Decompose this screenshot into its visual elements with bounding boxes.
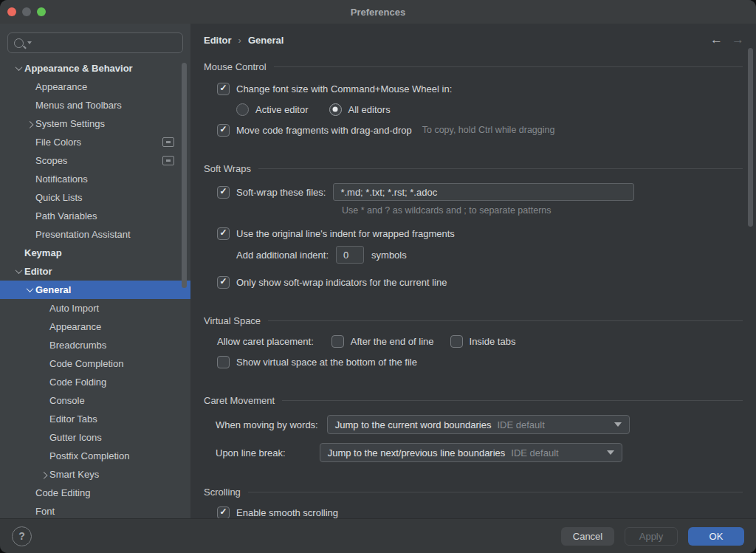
section-rule bbox=[258, 168, 743, 169]
show-virtual-space-checkbox[interactable] bbox=[217, 356, 230, 368]
window-title: Preferences bbox=[0, 7, 756, 18]
settings-main-panel: Editor › General ← → Mouse Control Chang… bbox=[190, 24, 756, 518]
sidebar-item-label: Postfix Completion bbox=[49, 450, 129, 461]
moving-words-label: When moving by words: bbox=[216, 419, 318, 430]
chevron-down-icon[interactable] bbox=[13, 269, 24, 274]
move-code-fragments-checkbox[interactable] bbox=[217, 124, 230, 137]
ok-button[interactable]: OK bbox=[688, 527, 744, 546]
original-indent-checkbox[interactable] bbox=[217, 227, 230, 240]
sidebar-item-label: Editor Tabs bbox=[49, 413, 97, 425]
chevron-down-icon[interactable] bbox=[13, 66, 24, 71]
sidebar-item-code-completion[interactable]: Code Completion bbox=[0, 354, 190, 373]
breadcrumb-editor[interactable]: Editor bbox=[204, 35, 232, 46]
inside-tabs-checkbox[interactable] bbox=[450, 335, 463, 348]
moving-words-select[interactable]: Jump to the current word boundaries IDE … bbox=[327, 415, 630, 434]
soft-wrap-indicators-label: Only show soft-wrap indicators for the c… bbox=[236, 277, 447, 288]
sidebar-item-console[interactable]: Console bbox=[0, 391, 190, 410]
allow-caret-label: Allow caret placement: bbox=[217, 336, 314, 347]
sidebar-item-label: Path Variables bbox=[35, 210, 97, 221]
section-title: Virtual Space bbox=[204, 315, 261, 326]
search-icon bbox=[14, 38, 24, 48]
settings-sidebar: Appearance & BehaviorAppearanceMenus and… bbox=[0, 24, 190, 518]
sidebar-item-label: Keymap bbox=[24, 247, 62, 258]
additional-indent-input[interactable]: 0 bbox=[336, 246, 364, 264]
sidebar-item-editor[interactable]: Editor bbox=[0, 262, 190, 281]
sidebar-item-smart-keys[interactable]: Smart Keys bbox=[0, 465, 190, 484]
sidebar-scrollbar-thumb[interactable] bbox=[182, 63, 187, 288]
sidebar-item-label: Breadcrumbs bbox=[49, 340, 106, 351]
inside-tabs-label: Inside tabs bbox=[470, 336, 516, 347]
chevron-right-icon[interactable] bbox=[24, 121, 35, 126]
sidebar-item-quick-lists[interactable]: Quick Lists bbox=[0, 188, 190, 207]
sidebar-item-keymap[interactable]: Keymap bbox=[0, 244, 190, 262]
sidebar-item-gutter-icons[interactable]: Gutter Icons bbox=[0, 428, 190, 447]
settings-search-input[interactable] bbox=[7, 32, 183, 53]
settings-tree: Appearance & BehaviorAppearanceMenus and… bbox=[0, 59, 190, 518]
section-mouse-control: Mouse Control bbox=[204, 59, 743, 74]
section-caret-movement: Caret Movement bbox=[204, 393, 743, 408]
sidebar-item-breadcrumbs[interactable]: Breadcrumbs bbox=[0, 336, 190, 354]
settings-content: Mouse Control Change font size with Comm… bbox=[190, 56, 756, 518]
sidebar-item-postfix-completion[interactable]: Postfix Completion bbox=[0, 447, 190, 465]
sidebar-item-font[interactable]: Font bbox=[0, 502, 190, 518]
sidebar-item-label: Code Completion bbox=[49, 358, 123, 369]
sidebar-item-appearance[interactable]: Appearance bbox=[0, 78, 190, 96]
sidebar-item-menus-and-toolbars[interactable]: Menus and Toolbars bbox=[0, 96, 190, 114]
original-indent-label: Use the original line's indent for wrapp… bbox=[236, 228, 455, 239]
search-options-chevron-icon[interactable] bbox=[27, 41, 32, 44]
section-scrolling: Scrolling bbox=[204, 484, 743, 499]
sidebar-item-label: Code Folding bbox=[49, 377, 106, 388]
active-editor-radio[interactable] bbox=[236, 103, 249, 116]
line-break-badge: IDE default bbox=[511, 447, 558, 458]
line-break-select[interactable]: Jump to the next/previous line boundarie… bbox=[320, 443, 622, 462]
breadcrumb-separator-icon: › bbox=[238, 35, 241, 46]
sidebar-item-code-editing[interactable]: Code Editing bbox=[0, 484, 190, 502]
active-editor-label: Active editor bbox=[255, 104, 309, 115]
soft-wrap-files-input[interactable]: *.md; *.txt; *.rst; *.adoc bbox=[333, 183, 634, 201]
sidebar-item-general[interactable]: General bbox=[0, 281, 190, 299]
moving-words-badge: IDE default bbox=[497, 419, 544, 430]
help-button[interactable]: ? bbox=[12, 526, 32, 546]
sidebar-item-label: Smart Keys bbox=[49, 469, 99, 480]
chevron-down-icon bbox=[614, 422, 622, 427]
soft-wrap-indicators-checkbox[interactable] bbox=[217, 276, 230, 289]
sidebar-item-path-variables[interactable]: Path Variables bbox=[0, 207, 190, 225]
wildcard-hint: Use * and ? as wildcards and ; to separa… bbox=[342, 205, 551, 216]
section-rule bbox=[274, 66, 743, 67]
sidebar-item-scopes[interactable]: Scopes bbox=[0, 151, 190, 170]
additional-indent-value: 0 bbox=[343, 250, 348, 261]
breadcrumb-general[interactable]: General bbox=[248, 35, 284, 46]
soft-wrap-files-checkbox[interactable] bbox=[217, 186, 230, 199]
move-code-hint: To copy, hold Ctrl while dragging bbox=[422, 125, 555, 135]
back-icon[interactable]: ← bbox=[710, 32, 723, 47]
footer-bar: ? Cancel Apply OK bbox=[0, 518, 756, 553]
section-rule bbox=[282, 400, 743, 401]
sidebar-item-notifications[interactable]: Notifications bbox=[0, 170, 190, 188]
sidebar-item-label: Console bbox=[49, 395, 85, 406]
sidebar-item-auto-import[interactable]: Auto Import bbox=[0, 299, 190, 317]
content-scrollbar-thumb[interactable] bbox=[748, 48, 753, 227]
after-end-of-line-label: After the end of line bbox=[351, 336, 434, 347]
all-editors-label: All editors bbox=[348, 104, 391, 115]
sidebar-item-label: Appearance & Behavior bbox=[24, 63, 133, 74]
chevron-down-icon[interactable] bbox=[24, 287, 35, 292]
all-editors-radio[interactable] bbox=[329, 103, 342, 116]
symbols-label: symbols bbox=[371, 250, 407, 261]
sidebar-item-system-settings[interactable]: System Settings bbox=[0, 114, 190, 133]
screen-icon bbox=[162, 156, 174, 165]
sidebar-item-appearance-behavior[interactable]: Appearance & Behavior bbox=[0, 59, 190, 78]
sidebar-item-file-colors[interactable]: File Colors bbox=[0, 133, 190, 151]
sidebar-item-appearance[interactable]: Appearance bbox=[0, 317, 190, 336]
sidebar-item-editor-tabs[interactable]: Editor Tabs bbox=[0, 410, 190, 428]
sidebar-item-label: File Colors bbox=[35, 137, 81, 148]
chevron-right-icon[interactable] bbox=[38, 472, 49, 477]
moving-words-value: Jump to the current word boundaries bbox=[335, 419, 492, 430]
smooth-scrolling-checkbox[interactable] bbox=[217, 506, 230, 519]
section-rule bbox=[268, 320, 743, 321]
sidebar-item-code-folding[interactable]: Code Folding bbox=[0, 373, 190, 391]
after-end-of-line-checkbox[interactable] bbox=[331, 335, 344, 348]
sidebar-item-presentation-assistant[interactable]: Presentation Assistant bbox=[0, 225, 190, 244]
sidebar-item-label: Editor bbox=[24, 266, 52, 277]
change-font-size-checkbox[interactable] bbox=[217, 83, 230, 95]
cancel-button[interactable]: Cancel bbox=[561, 527, 614, 546]
